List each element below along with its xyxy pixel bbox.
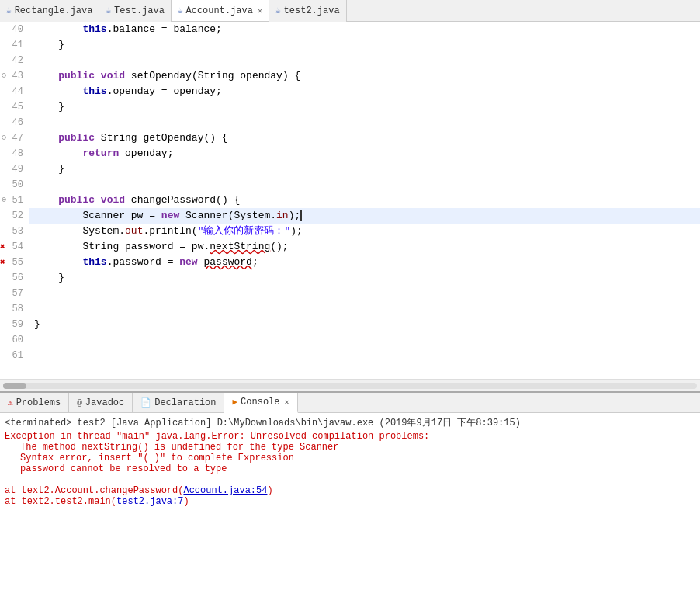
console-stack1-prefix: at text2.Account.changePassword(	[5, 485, 183, 496]
console-error-line3: Syntax error, insert "( )" to complete E…	[5, 453, 695, 463]
code-line-43: 43⊖ public void setOpenday(String openda…	[0, 68, 700, 84]
horizontal-scrollbar[interactable]	[0, 379, 700, 391]
console-error-line2: The method nextString() is undefined for…	[5, 442, 695, 453]
console-stack2-suffix: )	[183, 496, 189, 507]
javadoc-icon: @	[77, 398, 82, 408]
console-blank	[5, 474, 695, 485]
code-line-60: 60	[0, 332, 700, 348]
code-line-52: 52 Scanner pw = new Scanner(System.in);	[0, 208, 700, 224]
tab-bar: ☕ Rectangle.java ☕ Test.java ☕ Account.j…	[0, 0, 700, 22]
code-content-51[interactable]: public void changePassword() {	[29, 193, 700, 208]
line-num-51: 51⊖	[0, 193, 29, 208]
code-line-46: 46	[0, 115, 700, 130]
declaration-icon: 📄	[140, 397, 151, 408]
panel-tab-label-console: Console	[241, 397, 279, 408]
code-content-54[interactable]: String password = pw.nextString();	[29, 239, 700, 255]
panel-tab-label-declaration: Declaration	[154, 397, 216, 408]
tab-label-rectangle: Rectangle.java	[15, 5, 93, 16]
panel-tab-problems[interactable]: ⚠ Problems	[0, 393, 69, 413]
line-num-52: 52	[0, 208, 29, 224]
console-icon: ▶	[232, 397, 237, 407]
line-num-43: 43⊖	[0, 68, 29, 84]
scrollbar-track[interactable]	[3, 383, 697, 389]
code-content-48[interactable]: return openday;	[29, 146, 700, 161]
tab-icon-test: ☕	[106, 5, 111, 16]
code-line-41: 41 }	[0, 37, 700, 53]
panel-tab-label-problems: Problems	[16, 397, 61, 408]
code-line-42: 42	[0, 53, 700, 68]
code-line-58: 58	[0, 301, 700, 317]
line-num-55: 55✖	[0, 255, 29, 270]
line-num-58: 58	[0, 301, 29, 317]
panel-tab-bar: ⚠ Problems @ Javadoc 📄 Declaration ▶ Con…	[0, 393, 700, 413]
line-num-42: 42	[0, 53, 29, 68]
line-num-61: 61	[0, 348, 29, 363]
tab-test[interactable]: ☕ Test.java	[99, 0, 171, 22]
code-content-41[interactable]: }	[29, 37, 700, 53]
line-num-53: 53	[0, 224, 29, 239]
code-content-56[interactable]: }	[29, 270, 700, 286]
tab-account[interactable]: ☕ Account.java ✕	[172, 0, 269, 21]
tab-icon-account: ☕	[178, 5, 183, 16]
code-content-53[interactable]: System.out.println("输入你的新密码：");	[29, 224, 700, 239]
code-line-44: 44 this.openday = openday;	[0, 84, 700, 99]
scrollbar-thumb[interactable]	[3, 383, 26, 389]
line-num-59: 59	[0, 317, 29, 332]
line-num-57: 57	[0, 286, 29, 301]
code-line-57: 57	[0, 286, 700, 301]
code-line-47: 47⊖ public String getOpenday() {	[0, 130, 700, 146]
tab-label-account: Account.java	[186, 5, 253, 16]
problems-icon: ⚠	[8, 397, 13, 408]
code-line-56: 56 }	[0, 270, 700, 286]
line-num-48: 48	[0, 146, 29, 161]
bottom-panel: ⚠ Problems @ Javadoc 📄 Declaration ▶ Con…	[0, 391, 700, 611]
console-stack1-suffix: )	[267, 485, 272, 496]
code-line-50: 50	[0, 177, 700, 193]
tab-test2[interactable]: ☕ test2.java	[269, 0, 347, 22]
code-lines: 40 this.balance = balance; 41 } 42 43⊖ p…	[0, 22, 700, 379]
code-line-51: 51⊖ public void changePassword() {	[0, 193, 700, 208]
console-stack2-link[interactable]: test2.java:7	[116, 496, 183, 507]
tab-close-account[interactable]: ✕	[258, 6, 262, 16]
code-content-52[interactable]: Scanner pw = new Scanner(System.in);	[29, 208, 700, 224]
console-content: <terminated> test2 [Java Application] D:…	[0, 413, 700, 611]
console-error-line4: password cannot be resolved to a type	[5, 463, 695, 474]
line-num-49: 49	[0, 161, 29, 177]
code-line-59: 59 }	[0, 317, 700, 332]
tab-icon-test2: ☕	[275, 5, 281, 16]
code-line-55: 55✖ this.password = new password;	[0, 255, 700, 270]
code-content-43[interactable]: public void setOpenday(String openday) {	[29, 68, 700, 84]
code-line-48: 48 return openday;	[0, 146, 700, 161]
code-line-54: 54✖ String password = pw.nextString();	[0, 239, 700, 255]
line-num-45: 45	[0, 99, 29, 115]
code-content-47[interactable]: public String getOpenday() {	[29, 130, 700, 146]
code-content-55[interactable]: this.password = new password;	[29, 255, 700, 270]
console-close-icon[interactable]: ✕	[285, 397, 289, 407]
code-content-45[interactable]: }	[29, 99, 700, 115]
console-stack2: at text2.test2.main(test2.java:7)	[5, 496, 695, 507]
panel-tab-declaration[interactable]: 📄 Declaration	[133, 393, 224, 413]
console-terminated-line: <terminated> test2 [Java Application] D:…	[5, 416, 695, 429]
panel-tab-console[interactable]: ▶ Console ✕	[224, 393, 297, 413]
console-stack1: at text2.Account.changePassword(Account.…	[5, 485, 695, 496]
panel-tab-label-javadoc: Javadoc	[85, 397, 124, 408]
line-num-50: 50	[0, 177, 29, 193]
code-line-45: 45 }	[0, 99, 700, 115]
line-num-44: 44	[0, 84, 29, 99]
line-num-46: 46	[0, 115, 29, 130]
code-content-44[interactable]: this.openday = openday;	[29, 84, 700, 99]
panel-tab-javadoc[interactable]: @ Javadoc	[69, 393, 133, 413]
console-stack2-prefix: at text2.test2.main(	[5, 496, 116, 507]
line-num-41: 41	[0, 37, 29, 53]
tab-rectangle[interactable]: ☕ Rectangle.java	[0, 0, 99, 22]
code-content-49[interactable]: }	[29, 161, 700, 177]
console-error-line1: Exception in thread "main" java.lang.Err…	[5, 431, 695, 442]
code-content-59[interactable]: }	[29, 317, 700, 332]
console-stack1-link[interactable]: Account.java:54	[183, 485, 267, 496]
line-num-56: 56	[0, 270, 29, 286]
line-num-47: 47⊖	[0, 130, 29, 146]
code-line-61: 61	[0, 348, 700, 363]
code-content-40[interactable]: this.balance = balance;	[29, 22, 700, 37]
tab-icon-rectangle: ☕	[6, 5, 12, 16]
tab-label-test2: test2.java	[284, 5, 340, 16]
